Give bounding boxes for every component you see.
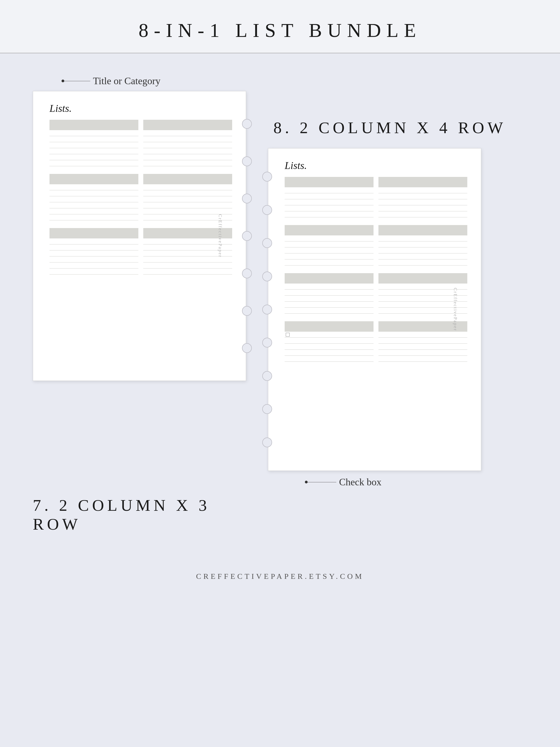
col-line [285, 193, 374, 199]
col-line [285, 308, 374, 314]
col-line [50, 268, 138, 275]
col-line [50, 154, 138, 160]
col-line [143, 184, 232, 190]
col-lines [50, 238, 138, 275]
ring [242, 156, 252, 166]
pages-row: Lists. [33, 91, 527, 488]
col-line [378, 332, 467, 338]
section2-col1 [50, 174, 138, 221]
r-section1-cols [285, 177, 467, 217]
ring [262, 238, 272, 248]
col-line [143, 136, 232, 142]
left-section-label: 7. 2 COLUMN X 3 ROW [33, 496, 246, 534]
ring [242, 306, 252, 316]
ring [242, 343, 252, 353]
col-line [285, 350, 374, 356]
ring [262, 338, 272, 347]
col-lines [285, 187, 374, 217]
ring [262, 371, 272, 381]
section1-cols [50, 120, 232, 166]
col-line [378, 356, 467, 362]
col-line [285, 344, 374, 350]
right-binder-page: Lists. [268, 148, 481, 471]
col-line [378, 259, 467, 265]
col-line [378, 235, 467, 241]
annotation-title-category: Title or Category [93, 75, 160, 87]
col-header [143, 120, 232, 130]
col-line [143, 196, 232, 202]
header-band: 8-IN-1 LIST BUNDLE [0, 0, 560, 53]
col-line [50, 190, 138, 196]
col-line [285, 289, 374, 295]
col-header [378, 177, 467, 187]
right-page-rings [262, 149, 272, 470]
list-section-2 [50, 174, 232, 221]
col-line [143, 130, 232, 136]
col-line [285, 356, 374, 362]
col-line [285, 241, 374, 248]
col-lines [378, 332, 467, 362]
col-line [50, 256, 138, 262]
col-line [285, 199, 374, 205]
col-line [285, 338, 374, 344]
col-line [378, 254, 467, 259]
col-line [143, 148, 232, 154]
ring [262, 305, 272, 314]
col-line [285, 211, 374, 217]
r-section1-col2 [378, 177, 467, 217]
col-lines [50, 130, 138, 166]
r-list-section-4 [285, 321, 467, 362]
col-line [50, 208, 138, 214]
col-lines [378, 187, 467, 217]
r-section3-cols [285, 273, 467, 314]
r-section2-col1 [285, 225, 374, 265]
r-section4-cols [285, 321, 467, 362]
col-line [285, 302, 374, 308]
col-line [50, 244, 138, 251]
col-lines [143, 130, 232, 166]
col-line [143, 190, 232, 196]
col-line [50, 130, 138, 136]
r-section4-col1 [285, 321, 374, 362]
r-section2-col2 [378, 225, 467, 265]
left-page-label: Lists. [50, 102, 232, 114]
col-lines [378, 235, 467, 265]
r-section2-cols [285, 225, 467, 265]
left-page-watermark: CrEffectivePaper [218, 214, 223, 258]
col-line [143, 262, 232, 268]
list-section-3 [50, 228, 232, 275]
r-list-section-1 [285, 177, 467, 217]
right-list-sections [285, 177, 467, 362]
col-lines [285, 235, 374, 265]
col-line [378, 344, 467, 350]
ring [262, 404, 272, 414]
footer: CREFFECTIVEPAPER.ETSY.COM [0, 561, 560, 597]
col-line [143, 142, 232, 148]
col-line [50, 184, 138, 190]
col-line [285, 248, 374, 254]
ring [242, 231, 252, 241]
col-lines [50, 184, 138, 221]
col-line [378, 338, 467, 344]
checkbox-square[interactable] [286, 333, 289, 337]
ring [262, 172, 272, 182]
col-line [50, 251, 138, 256]
col-line [378, 199, 467, 205]
section1-col2 [143, 120, 232, 166]
col-line [50, 160, 138, 166]
left-list-sections [50, 120, 232, 275]
left-binder-page: Lists. [33, 91, 246, 381]
col-line [50, 196, 138, 202]
col-line [285, 205, 374, 211]
col-line-checkbox [285, 332, 374, 338]
col-line [285, 235, 374, 241]
col-header [285, 321, 374, 332]
col-line [50, 214, 138, 221]
col-line [378, 187, 467, 193]
col-header [285, 273, 374, 284]
col-line [378, 350, 467, 356]
ring [242, 119, 252, 129]
col-line [378, 211, 467, 217]
col-line [285, 259, 374, 265]
col-header [143, 174, 232, 184]
